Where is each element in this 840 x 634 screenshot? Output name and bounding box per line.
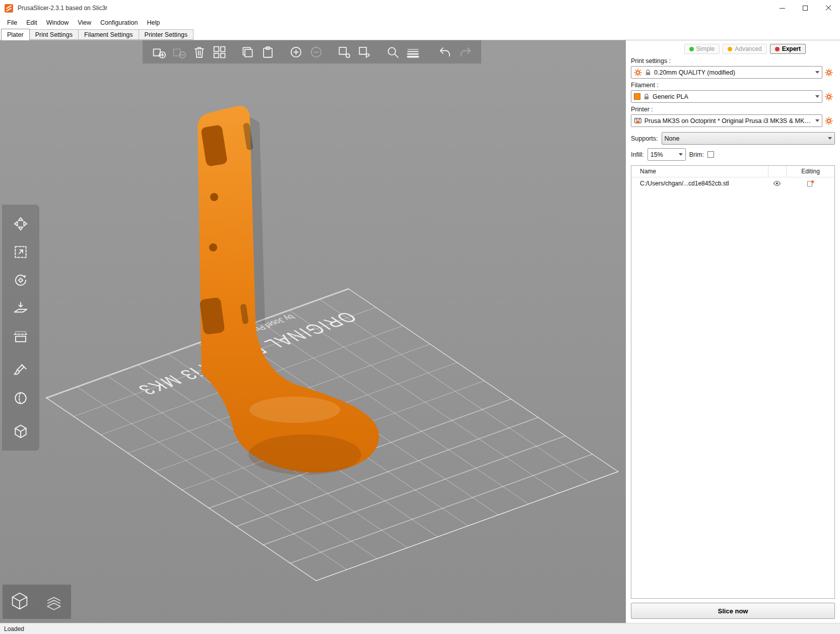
cut-gizmo-button[interactable] [6, 323, 35, 351]
redo-button[interactable] [455, 42, 475, 62]
filament-combo[interactable]: Generic PLA [631, 90, 822, 103]
mode-advanced-label: Advanced [735, 45, 761, 52]
supports-select[interactable]: None [662, 132, 835, 145]
eye-icon[interactable] [773, 179, 781, 187]
move-gizmo-button[interactable] [6, 210, 35, 238]
split-to-parts-button[interactable]: P [354, 42, 374, 62]
mode-simple-button[interactable]: Simple [684, 44, 720, 54]
add-instance-button[interactable] [286, 42, 306, 62]
3d-viewport[interactable]: ORIGINAL PRUSA i3 MK3 by Josef Prusa [0, 40, 626, 623]
object-list-row[interactable]: C:/Users/chgan/...cd1e8452cb.stl [631, 177, 834, 189]
object-name: C:/Users/chgan/...cd1e8452cb.stl [631, 180, 768, 187]
mode-advanced-button[interactable]: Advanced [723, 44, 766, 54]
edit-printer-button[interactable] [825, 116, 835, 126]
printer-label: Printer : [631, 106, 835, 113]
lock-icon [644, 69, 652, 76]
simple-mode-dot-icon [689, 47, 694, 51]
slice-now-button[interactable]: Slice now [631, 603, 835, 619]
gear-icon [825, 117, 833, 125]
viewport-toolbar: O P [143, 40, 481, 64]
variable-layer-height-button[interactable] [403, 42, 423, 62]
menu-view[interactable]: View [73, 18, 96, 28]
seam-painting-button[interactable] [6, 384, 35, 412]
printer-icon [634, 117, 642, 125]
place-on-face-button[interactable] [6, 294, 35, 323]
tab-plater[interactable]: Plater [1, 29, 30, 40]
mode-expert-label: Expert [782, 45, 801, 52]
mode-switcher: Simple Advanced Expert [631, 44, 806, 54]
rotate-gizmo-button[interactable] [6, 266, 35, 294]
edit-filament-button[interactable] [825, 92, 835, 102]
supports-value: None [665, 135, 680, 142]
filament-color-swatch [634, 93, 640, 100]
print-settings-value: 0.20mm QUALITY (modified) [654, 69, 735, 76]
preview-view-button[interactable] [37, 585, 71, 619]
status-bar: Loaded [0, 623, 840, 634]
add-object-button[interactable] [149, 42, 169, 62]
edit-object-icon[interactable] [806, 179, 814, 187]
chevron-down-icon [828, 137, 832, 140]
infill-select[interactable]: 15% [648, 148, 686, 161]
object-list-panel: Name Editing C:/Users/chgan/...cd1e8452c… [631, 165, 835, 599]
print-settings-combo[interactable]: 0.20mm QUALITY (modified) [631, 66, 822, 79]
view-cube-button[interactable] [6, 417, 35, 446]
infill-label: Infill: [631, 151, 644, 158]
supports-label: Supports: [631, 135, 658, 142]
maximize-button[interactable] [794, 0, 817, 16]
window-controls [770, 0, 840, 16]
remove-object-button[interactable] [169, 42, 189, 62]
chevron-down-icon [679, 153, 683, 156]
delete-all-button[interactable] [189, 42, 209, 62]
copy-button[interactable] [237, 42, 257, 62]
gizmo-toolbar [2, 205, 39, 451]
svg-text:O: O [345, 52, 350, 59]
menu-configuration[interactable]: Configuration [96, 18, 142, 28]
remove-instance-button[interactable] [306, 42, 326, 62]
svg-text:P: P [365, 52, 370, 59]
name-column-header: Name [631, 168, 768, 175]
undo-button[interactable] [435, 42, 455, 62]
close-button[interactable] [817, 0, 840, 16]
gear-icon [634, 69, 642, 77]
scale-gizmo-button[interactable] [6, 238, 35, 266]
filament-label: Filament : [631, 82, 835, 89]
filament-value: Generic PLA [653, 93, 688, 100]
mode-expert-button[interactable]: Expert [770, 44, 806, 54]
gear-icon [825, 93, 833, 101]
arrange-button[interactable] [209, 42, 229, 62]
printer-value: Prusa MK3S on Octoprint * Original Prusa… [644, 117, 813, 124]
status-text: Loaded [4, 625, 24, 632]
minimize-icon [780, 8, 785, 9]
infill-value: 15% [651, 151, 663, 158]
tab-printer-settings[interactable]: Printer Settings [139, 29, 193, 40]
tab-print-settings[interactable]: Print Settings [29, 29, 79, 40]
edit-print-settings-button[interactable] [825, 68, 835, 78]
paste-button[interactable] [257, 42, 278, 62]
window-title: PrusaSlicer-2.3.1 based on Slic3r [18, 5, 107, 12]
split-to-objects-button[interactable]: O [334, 42, 354, 62]
paint-supports-button[interactable] [6, 356, 35, 384]
visibility-column-header [768, 166, 786, 177]
printer-combo[interactable]: Prusa MK3S on Octoprint * Original Prusa… [631, 114, 822, 127]
menu-file[interactable]: File [3, 18, 22, 28]
editor-view-button[interactable] [3, 585, 37, 619]
object-list-header: Name Editing [631, 166, 834, 177]
maximize-icon [803, 6, 808, 11]
menu-window[interactable]: Window [42, 18, 73, 28]
search-button[interactable] [382, 42, 403, 62]
title-bar: PrusaSlicer-2.3.1 based on Slic3r [0, 0, 840, 16]
app-window: PrusaSlicer-2.3.1 based on Slic3r File E… [0, 0, 840, 634]
main-content: ORIGINAL PRUSA i3 MK3 by Josef Prusa [0, 40, 840, 623]
chevron-down-icon [815, 95, 819, 98]
gear-icon [825, 69, 833, 77]
app-logo-icon [5, 4, 13, 13]
chevron-down-icon [815, 71, 819, 74]
tab-filament-settings[interactable]: Filament Settings [78, 29, 139, 40]
minimize-button[interactable] [770, 0, 794, 16]
menu-help[interactable]: Help [142, 18, 164, 28]
lock-icon [643, 93, 650, 100]
menu-edit[interactable]: Edit [22, 18, 42, 28]
close-icon [825, 5, 831, 11]
brim-checkbox[interactable] [707, 151, 714, 158]
expert-mode-dot-icon [775, 47, 780, 51]
